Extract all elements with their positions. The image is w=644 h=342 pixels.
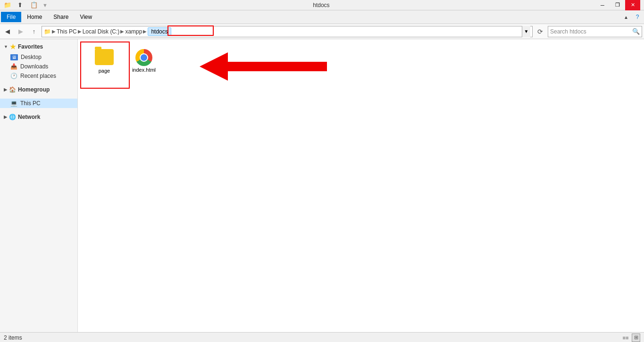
folder-icon-page bbox=[95, 49, 114, 67]
thispc-icon: 💻 bbox=[10, 100, 17, 107]
homegroup-header[interactable]: ▶ 🏠 Homegroup bbox=[0, 84, 77, 95]
file-item-index[interactable]: index.html bbox=[125, 47, 163, 76]
homegroup-icon: 🏠 bbox=[9, 86, 16, 93]
sidebar: ▼ ★ Favorites 🖥 Desktop 📥 Downloads 🕐 Re… bbox=[0, 39, 78, 332]
minimize-button[interactable]: ─ bbox=[595, 0, 610, 10]
breadcrumb-root-icon: 📁 bbox=[44, 28, 51, 35]
details-view-button[interactable]: ≡≡ bbox=[621, 334, 630, 342]
favorites-header[interactable]: ▼ ★ Favorites bbox=[0, 41, 77, 52]
favorites-star-icon: ★ bbox=[10, 43, 16, 50]
file-item-page[interactable]: page bbox=[85, 47, 123, 76]
view-controls: ≡≡ ⊞ bbox=[621, 334, 640, 342]
breadcrumb-localdisk[interactable]: Local Disk (C:) bbox=[83, 28, 120, 35]
sidebar-item-desktop-label: Desktop bbox=[21, 54, 42, 60]
file-name-index: index.html bbox=[132, 67, 156, 73]
favorites-label: Favorites bbox=[18, 43, 43, 50]
search-box: Search htdocs 🔍 bbox=[548, 26, 642, 37]
sidebar-sep-1 bbox=[0, 81, 77, 84]
item-count: 2 items bbox=[4, 334, 22, 341]
breadcrumb-htdocs-label: htdocs bbox=[151, 28, 167, 35]
maximize-button[interactable]: ❐ bbox=[610, 0, 625, 10]
forward-button[interactable]: ▶ bbox=[15, 26, 26, 37]
sidebar-item-thispc[interactable]: 💻 This PC bbox=[0, 99, 77, 108]
homegroup-chevron: ▶ bbox=[4, 87, 7, 92]
window-title: htdocs bbox=[48, 2, 595, 8]
breadcrumb-arrow-2: ▶ bbox=[120, 29, 124, 34]
downloads-icon: 📥 bbox=[10, 63, 17, 70]
title-bar-left: 📁 ⬆ 📋 ▼ bbox=[4, 0, 48, 11]
breadcrumb-root[interactable]: 📁 bbox=[44, 28, 51, 35]
address-dropdown[interactable]: ▼ bbox=[522, 26, 530, 37]
sidebar-item-downloads[interactable]: 📥 Downloads bbox=[0, 62, 77, 71]
breadcrumb-arrow-1: ▶ bbox=[78, 29, 82, 34]
sidebar-item-downloads-label: Downloads bbox=[20, 63, 48, 70]
up-button[interactable]: ↑ bbox=[28, 26, 40, 37]
search-button[interactable]: 🔍 bbox=[632, 28, 640, 35]
breadcrumb-localdisk-label: Local Disk (C:) bbox=[83, 28, 120, 35]
sidebar-sep-3 bbox=[0, 108, 77, 112]
breadcrumb-xampp[interactable]: xampp bbox=[125, 28, 142, 35]
breadcrumb-thispc-label: This PC bbox=[57, 28, 77, 35]
sidebar-item-recent[interactable]: 🕐 Recent places bbox=[0, 71, 77, 81]
quick-access-separator: ▼ bbox=[42, 2, 48, 8]
recent-icon: 🕐 bbox=[10, 73, 17, 79]
help-button[interactable]: ? bbox=[632, 11, 643, 23]
tab-home[interactable]: Home bbox=[21, 12, 48, 22]
folder-icon-small: 📁 bbox=[4, 1, 11, 8]
ribbon-tabs: File Home Share View ▲ ? bbox=[0, 10, 644, 24]
tiles-view-button[interactable]: ⊞ bbox=[632, 334, 640, 342]
sidebar-item-recent-label: Recent places bbox=[20, 73, 56, 79]
status-bar: 2 items ≡≡ ⊞ bbox=[0, 332, 644, 342]
network-icon: 🌐 bbox=[9, 114, 16, 120]
sidebar-sep-2 bbox=[0, 95, 77, 99]
address-bar[interactable]: 📁 ▶ This PC ▶ Local Disk (C:) ▶ xampp ▶ … bbox=[42, 26, 533, 37]
breadcrumb-thispc[interactable]: This PC bbox=[57, 28, 77, 35]
desktop-icon: 🖥 bbox=[10, 54, 18, 60]
main-layout: ▼ ★ Favorites 🖥 Desktop 📥 Downloads 🕐 Re… bbox=[0, 39, 644, 332]
close-button[interactable]: ✕ bbox=[625, 0, 640, 10]
network-chevron: ▶ bbox=[4, 115, 7, 119]
tab-view[interactable]: View bbox=[74, 12, 98, 22]
sidebar-item-desktop[interactable]: 🖥 Desktop bbox=[0, 52, 77, 62]
breadcrumb-arrow-3: ▶ bbox=[143, 29, 147, 34]
file-grid: page index.html bbox=[82, 43, 640, 78]
back-button[interactable]: ◀ bbox=[2, 26, 13, 37]
breadcrumb-xampp-label: xampp bbox=[125, 28, 142, 35]
breadcrumb-arrow-0: ▶ bbox=[52, 29, 56, 34]
search-label: Search htdocs bbox=[550, 28, 586, 35]
folder-shape bbox=[95, 49, 114, 65]
tab-share[interactable]: Share bbox=[48, 12, 74, 22]
ribbon-collapse[interactable]: ▲ bbox=[620, 11, 632, 23]
file-name-page: page bbox=[99, 68, 110, 74]
content-area[interactable]: page index.html bbox=[78, 39, 644, 332]
network-header[interactable]: ▶ 🌐 Network bbox=[0, 112, 77, 122]
toolbar: ◀ ▶ ↑ 📁 ▶ This PC ▶ Local Disk (C:) ▶ xa… bbox=[0, 24, 644, 39]
breadcrumb-htdocs[interactable]: htdocs bbox=[148, 27, 171, 36]
quick-access-new[interactable]: 📋 bbox=[28, 0, 40, 11]
quick-access-undo[interactable]: ⬆ bbox=[14, 0, 25, 11]
network-label: Network bbox=[18, 114, 40, 120]
window-controls: ─ ❐ ✕ bbox=[595, 0, 640, 10]
sidebar-item-thispc-label: This PC bbox=[20, 100, 41, 107]
title-bar: 📁 ⬆ 📋 ▼ htdocs ─ ❐ ✕ bbox=[0, 0, 644, 10]
tab-file[interactable]: File bbox=[1, 12, 21, 22]
ribbon: File Home Share View ▲ ? bbox=[0, 10, 644, 24]
refresh-button[interactable]: ⟳ bbox=[535, 26, 546, 37]
chrome-icon bbox=[135, 49, 152, 66]
favorites-chevron: ▼ bbox=[4, 44, 8, 49]
homegroup-label: Homegroup bbox=[18, 86, 50, 93]
